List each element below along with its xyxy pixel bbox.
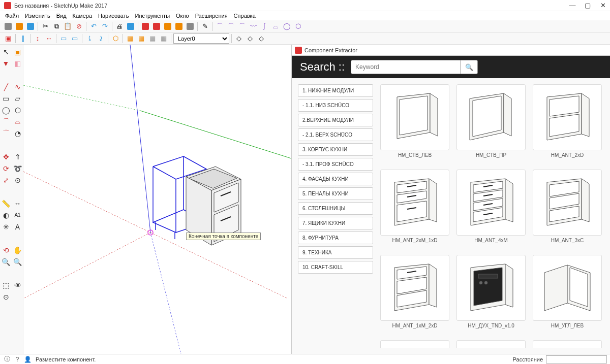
poly-tool-icon[interactable]: ⬡: [12, 104, 23, 116]
arrow2-icon[interactable]: ↔: [44, 34, 54, 44]
category-item[interactable]: - 1.1. НИЗ SCHÜCO: [298, 99, 373, 112]
category-item[interactable]: 9. ТЕХНИКА: [298, 246, 373, 259]
zoomext-tool-icon[interactable]: 🔍: [12, 256, 23, 268]
category-item[interactable]: 1. НИЖНИЕ МОДУЛИ: [298, 84, 373, 97]
arrow1-icon[interactable]: ↕: [33, 34, 43, 44]
box2-icon[interactable]: ▦: [136, 34, 146, 44]
pan-tool-icon[interactable]: ✋: [12, 244, 23, 256]
b2-icon[interactable]: ▭: [70, 34, 80, 44]
arc8-icon[interactable]: ⬡: [293, 21, 303, 31]
category-item[interactable]: - 3.1. ПРОФ SCHÜCO: [298, 158, 373, 171]
category-item[interactable]: 8. ФУРНИТУРА: [298, 231, 373, 244]
status-person-icon[interactable]: 👤: [23, 355, 32, 363]
zoom-tool-icon[interactable]: 🔍: [0, 256, 12, 268]
status-distance-input[interactable]: [546, 355, 607, 363]
thumbnail[interactable]: НМ_ДУХ_TND_v1.0: [455, 255, 527, 336]
arc6-icon[interactable]: ⌓: [270, 21, 281, 31]
new-icon[interactable]: [3, 21, 13, 31]
arc7-icon[interactable]: ◯: [282, 21, 292, 31]
menu-file[interactable]: Файл: [2, 12, 22, 20]
menu-view[interactable]: Вид: [53, 12, 70, 20]
arc3-icon[interactable]: ⌒: [237, 21, 247, 31]
undo-icon[interactable]: ↶: [88, 21, 99, 31]
category-item[interactable]: 6. СТОЛЕШНИЦЫ: [298, 202, 373, 215]
render3-icon[interactable]: [163, 21, 173, 31]
axes-tool-icon[interactable]: ✳: [0, 221, 12, 233]
d3-icon[interactable]: ◇: [256, 34, 266, 44]
print-icon[interactable]: 🖨: [114, 21, 125, 31]
rect-tool-icon[interactable]: ▭: [0, 92, 12, 104]
section-tool-icon[interactable]: ⬚: [0, 279, 12, 291]
rotate-tool-icon[interactable]: ⟳: [0, 162, 12, 174]
walkthrough-tool-icon[interactable]: 👁: [12, 279, 23, 291]
tool-a-icon[interactable]: ✎: [200, 21, 210, 31]
menu-extensions[interactable]: Расширения: [192, 12, 231, 20]
category-item[interactable]: 10. CRAFT-SKILL: [298, 261, 373, 274]
thumbnail[interactable]: НМ_УГЛ_ЛЕВ: [532, 255, 603, 336]
d1-icon[interactable]: ◇: [234, 34, 244, 44]
offset-tool-icon[interactable]: ⊙: [12, 174, 23, 186]
thumbnail[interactable]: [379, 340, 450, 348]
category-item[interactable]: 7. ЯЩИКИ КУХНИ: [298, 217, 373, 229]
cut-icon[interactable]: ✂: [40, 21, 50, 31]
c2-icon[interactable]: ⤸: [96, 34, 106, 44]
orbit-tool-icon[interactable]: ⟲: [0, 244, 12, 256]
dimension-tool-icon[interactable]: ↔: [12, 197, 23, 209]
maximize-button[interactable]: ▢: [585, 3, 591, 9]
c1-icon[interactable]: ⤹: [84, 34, 95, 44]
menu-help[interactable]: Справка: [231, 12, 259, 20]
3d-viewport[interactable]: Конечная точка в компоненте: [23, 45, 291, 354]
pie-tool-icon[interactable]: ◔: [12, 127, 23, 139]
layer-select[interactable]: Layer0: [173, 34, 229, 44]
box4-icon[interactable]: ▦: [159, 34, 169, 44]
align1-icon[interactable]: ‖: [18, 34, 28, 44]
menu-camera[interactable]: Камера: [70, 12, 95, 20]
3pt-arc-tool-icon[interactable]: ⌒: [0, 127, 12, 139]
circle-tool-icon[interactable]: ◯: [0, 104, 12, 116]
thumbnail[interactable]: [532, 340, 603, 348]
thumbnail[interactable]: HM_ANT_1xM_2xD: [379, 255, 450, 336]
arc-tool-icon[interactable]: ⌒: [0, 116, 12, 127]
category-item[interactable]: 2.ВЕРХНИЕ МОДУЛИ: [298, 114, 373, 126]
pushpull-tool-icon[interactable]: ⇑: [12, 151, 23, 162]
category-item[interactable]: 4. ФАСАДЫ КУХНИ: [298, 173, 373, 185]
menu-tools[interactable]: Инструменты: [132, 12, 173, 20]
component-tool-icon[interactable]: ▣: [12, 46, 23, 57]
b1-icon[interactable]: ▭: [58, 34, 69, 44]
close-button[interactable]: ✕: [600, 3, 606, 9]
render1-icon[interactable]: [140, 21, 150, 31]
rotrect-tool-icon[interactable]: ▱: [12, 92, 23, 104]
paint-tool-icon[interactable]: ▼: [0, 57, 12, 69]
comp-icon[interactable]: ⬡: [110, 34, 120, 44]
model-info-icon[interactable]: [126, 21, 136, 31]
arc5-icon[interactable]: ʃ: [259, 21, 269, 31]
eraser-tool-icon[interactable]: ◧: [12, 57, 23, 69]
scale-tool-icon[interactable]: ⤢: [0, 174, 12, 186]
arc2-icon[interactable]: ⌒: [226, 21, 236, 31]
menu-edit[interactable]: Изменить: [22, 12, 53, 20]
3dtext-tool-icon[interactable]: A: [12, 221, 23, 233]
category-item[interactable]: - 2.1. ВЕРХ SCHÜCO: [298, 128, 373, 141]
protractor-tool-icon[interactable]: ◐: [0, 209, 12, 221]
move-tool-icon[interactable]: ✥: [0, 151, 12, 162]
thumbnail[interactable]: НМ_СТВ_ЛЕВ: [379, 84, 450, 166]
thumbnail[interactable]: HM_ANT_4xM: [455, 170, 527, 251]
status-info-icon[interactable]: ⓘ: [3, 355, 11, 363]
thumbnail[interactable]: HM_ANT_3xC: [532, 170, 603, 251]
thumbnail[interactable]: НМ_СТВ_ПР: [455, 84, 527, 166]
text-tool-icon[interactable]: A1: [12, 209, 23, 221]
layer-toggle-icon[interactable]: ▣: [3, 34, 13, 44]
d2-icon[interactable]: ◇: [245, 34, 255, 44]
open-icon[interactable]: [14, 21, 24, 31]
minimize-button[interactable]: —: [569, 3, 575, 9]
followme-tool-icon[interactable]: ➰: [12, 162, 23, 174]
arc4-icon[interactable]: 〰: [248, 21, 258, 31]
thumbnail[interactable]: HM_ANT_2xD: [532, 84, 603, 166]
freehand-tool-icon[interactable]: ∿: [12, 81, 23, 92]
search-input[interactable]: [351, 60, 461, 74]
thumbnail[interactable]: [455, 340, 527, 348]
arc1-icon[interactable]: ⌒: [215, 21, 225, 31]
copy-icon[interactable]: ⧉: [51, 21, 62, 31]
look-tool-icon[interactable]: ⊙: [0, 291, 12, 303]
select-tool-icon[interactable]: ↖: [0, 46, 12, 57]
